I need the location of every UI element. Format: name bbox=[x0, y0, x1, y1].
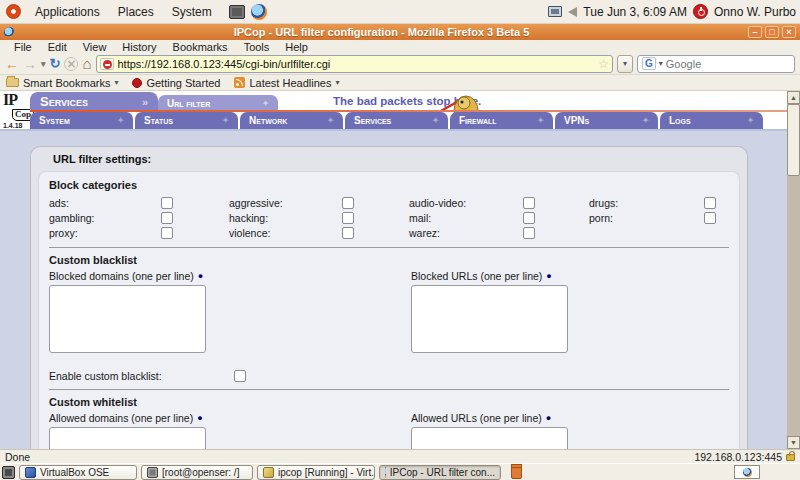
menu-history[interactable]: History bbox=[114, 41, 164, 53]
desktop: Applications Places System Tue Jun 3, 6:… bbox=[0, 0, 800, 480]
back-icon[interactable]: ← bbox=[5, 55, 19, 73]
vertical-scrollbar[interactable]: ▲ ▼ bbox=[787, 91, 800, 449]
task-firefox[interactable]: IPCop - URL filter con... bbox=[379, 465, 501, 480]
ipcop-nav-tabs: System✦ Status✦ Network✦ Services✦ Firew… bbox=[30, 112, 765, 129]
firefox-dot-icon bbox=[132, 78, 142, 88]
engine-dropdown-icon[interactable]: ▾ bbox=[659, 59, 663, 68]
section-tab-services[interactable]: Services » bbox=[30, 92, 158, 111]
places-menu[interactable]: Places bbox=[109, 5, 163, 19]
tab-status[interactable]: Status✦ bbox=[135, 112, 238, 129]
menu-bookmarks[interactable]: Bookmarks bbox=[165, 41, 236, 53]
task-ipcop-vm[interactable]: ipcop [Running] - Virt... bbox=[257, 465, 375, 480]
applications-menu[interactable]: Applications bbox=[26, 5, 109, 19]
task-terminal[interactable]: [root@openser: /] bbox=[141, 465, 253, 480]
window-list-icon[interactable] bbox=[2, 466, 15, 479]
scrollbar-thumb[interactable] bbox=[787, 104, 800, 176]
search-input[interactable] bbox=[666, 58, 800, 70]
blocked-urls-textarea[interactable] bbox=[411, 285, 568, 353]
tab-vpns[interactable]: VPNs✦ bbox=[555, 112, 658, 129]
url-dropdown-button[interactable]: ▾ bbox=[617, 55, 633, 73]
page-tab-url-filter[interactable]: Url filter ✦ bbox=[158, 95, 278, 111]
label-violence: violence: bbox=[229, 227, 342, 239]
clock[interactable]: Tue Jun 3, 6:09 AM bbox=[583, 5, 687, 19]
diamond-icon: ✦ bbox=[222, 116, 229, 125]
tab-label: Firewall bbox=[459, 115, 497, 126]
blocked-domains-label: Blocked domains (one per line) bbox=[49, 270, 194, 282]
task-label: IPCop - URL filter con... bbox=[390, 467, 495, 478]
diamond-icon: ✦ bbox=[327, 116, 334, 125]
ipcop-logo: IP Cop 1.4.18 bbox=[3, 92, 33, 129]
task-virtualbox[interactable]: VirtualBox OSE bbox=[19, 465, 137, 480]
tab-firewall[interactable]: Firewall✦ bbox=[450, 112, 553, 129]
block-categories-title: Block categories bbox=[49, 179, 729, 191]
task-label: [root@openser: /] bbox=[162, 467, 239, 478]
checkbox-warez[interactable] bbox=[523, 227, 535, 239]
tab-services[interactable]: Services✦ bbox=[345, 112, 448, 129]
reload-icon[interactable]: ↻ bbox=[50, 55, 61, 73]
menu-file[interactable]: File bbox=[6, 41, 40, 53]
bookmark-latest-headlines[interactable]: Latest Headlines ▾ bbox=[234, 77, 339, 89]
label-gambling: gambling: bbox=[49, 212, 161, 224]
close-button[interactable]: × bbox=[782, 26, 796, 38]
checkbox-ads[interactable] bbox=[161, 197, 173, 209]
menu-view[interactable]: View bbox=[75, 41, 115, 53]
section-divider bbox=[49, 247, 729, 248]
tab-label: VPNs bbox=[564, 115, 589, 126]
history-dropdown-icon[interactable]: ▾ bbox=[41, 55, 46, 73]
rss-icon bbox=[234, 77, 245, 88]
volume-icon[interactable] bbox=[568, 7, 577, 17]
url-filter-settings-box: URL filter settings: Block categories ad… bbox=[30, 146, 748, 449]
workspace-switcher[interactable] bbox=[734, 465, 760, 479]
allowed-urls-textarea[interactable] bbox=[411, 427, 568, 449]
bookmark-star-icon[interactable]: ☆ bbox=[598, 57, 609, 71]
checkbox-drugs[interactable] bbox=[704, 197, 716, 209]
bookmark-smart-bookmarks[interactable]: Smart Bookmarks ▾ bbox=[6, 77, 118, 89]
firefox-launcher-icon[interactable] bbox=[251, 4, 267, 20]
enable-blacklist-row: Enable custom blacklist: bbox=[49, 370, 729, 382]
checkbox-proxy[interactable] bbox=[161, 227, 173, 239]
url-bar: ☆ bbox=[96, 55, 614, 73]
checkbox-hacking[interactable] bbox=[342, 212, 354, 224]
minimize-button[interactable]: – bbox=[748, 26, 762, 38]
checkbox-audio-video[interactable] bbox=[523, 197, 535, 209]
logout-icon[interactable] bbox=[693, 4, 708, 19]
allowed-domains-textarea[interactable] bbox=[49, 427, 206, 449]
checkbox-aggressive[interactable] bbox=[342, 197, 354, 209]
trash-icon[interactable] bbox=[511, 466, 522, 479]
bookmark-getting-started[interactable]: Getting Started bbox=[132, 77, 220, 89]
menu-help[interactable]: Help bbox=[277, 41, 316, 53]
checkbox-gambling[interactable] bbox=[161, 212, 173, 224]
settings-panel: Block categories ads: aggressive: audio-… bbox=[38, 171, 740, 449]
scroll-up-icon[interactable]: ▲ bbox=[787, 91, 800, 104]
ssl-lock-icon[interactable] bbox=[786, 454, 795, 461]
tab-system[interactable]: System✦ bbox=[30, 112, 133, 129]
checkbox-violence[interactable] bbox=[342, 227, 354, 239]
blocked-domains-textarea[interactable] bbox=[49, 285, 206, 353]
checkbox-porn[interactable] bbox=[704, 212, 716, 224]
site-identity-icon[interactable] bbox=[100, 58, 114, 70]
firefox-icon bbox=[743, 468, 752, 477]
terminal-launcher-icon[interactable] bbox=[229, 5, 245, 19]
menu-edit[interactable]: Edit bbox=[40, 41, 75, 53]
chevrons-icon: » bbox=[142, 96, 148, 108]
system-menu[interactable]: System bbox=[163, 5, 221, 19]
stop-icon[interactable]: ✕ bbox=[64, 57, 78, 71]
forward-icon[interactable]: → bbox=[23, 55, 37, 73]
checkbox-mail[interactable] bbox=[523, 212, 535, 224]
tab-logs[interactable]: Logs✦ bbox=[660, 112, 763, 129]
checkbox-enable-custom-blacklist[interactable] bbox=[234, 370, 246, 382]
diamond-icon: ✦ bbox=[432, 116, 439, 125]
maximize-button[interactable]: □ bbox=[765, 26, 779, 38]
user-name[interactable]: Onno W. Purbo bbox=[714, 5, 796, 19]
network-icon[interactable] bbox=[548, 6, 562, 17]
scroll-down-icon[interactable]: ▼ bbox=[787, 436, 800, 449]
google-engine-icon[interactable]: G bbox=[642, 57, 656, 70]
url-input[interactable] bbox=[118, 58, 595, 70]
tab-label: Services bbox=[354, 115, 391, 126]
tab-network[interactable]: Network✦ bbox=[240, 112, 343, 129]
home-icon[interactable]: ⌂ bbox=[82, 55, 91, 73]
required-dot-icon: ● bbox=[197, 413, 202, 423]
menu-tools[interactable]: Tools bbox=[236, 41, 278, 53]
ipcop-version: 1.4.18 bbox=[3, 122, 33, 129]
browser-viewport: IP Cop 1.4.18 Services » Url filter ✦ Th… bbox=[0, 91, 800, 449]
